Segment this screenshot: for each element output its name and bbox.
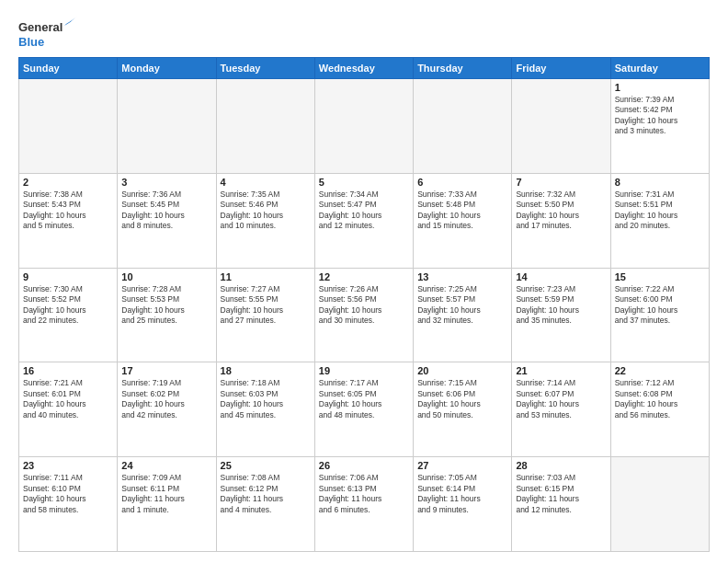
calendar-cell: 15Sunrise: 7:22 AM Sunset: 6:00 PM Dayli…: [610, 268, 709, 362]
day-info: Sunrise: 7:28 AM Sunset: 5:53 PM Dayligh…: [121, 284, 211, 327]
day-number: 25: [221, 460, 311, 471]
calendar-cell: 9Sunrise: 7:30 AM Sunset: 5:52 PM Daylig…: [19, 268, 118, 362]
day-info: Sunrise: 7:32 AM Sunset: 5:50 PM Dayligh…: [516, 190, 606, 232]
day-number: 24: [121, 460, 211, 471]
calendar-cell: [118, 79, 216, 174]
calendar-table: SundayMondayTuesdayWednesdayThursdayFrid…: [18, 57, 710, 552]
calendar-cell: 10Sunrise: 7:28 AM Sunset: 5:53 PM Dayli…: [118, 268, 216, 362]
day-number: 15: [615, 271, 705, 282]
day-number: 11: [221, 271, 311, 282]
svg-text:Blue: Blue: [18, 35, 44, 49]
day-number: 1: [615, 82, 705, 93]
weekday-monday: Monday: [118, 58, 216, 79]
calendar-cell: 16Sunrise: 7:21 AM Sunset: 6:01 PM Dayli…: [19, 362, 118, 457]
day-info: Sunrise: 7:34 AM Sunset: 5:47 PM Dayligh…: [319, 190, 409, 232]
day-number: 28: [516, 460, 606, 471]
week-row-1: 1Sunrise: 7:39 AM Sunset: 5:42 PM Daylig…: [19, 79, 710, 174]
day-number: 3: [121, 177, 211, 188]
weekday-tuesday: Tuesday: [216, 58, 314, 79]
day-info: Sunrise: 7:30 AM Sunset: 5:52 PM Dayligh…: [23, 284, 113, 327]
calendar-cell: 25Sunrise: 7:08 AM Sunset: 6:12 PM Dayli…: [216, 457, 314, 552]
day-info: Sunrise: 7:09 AM Sunset: 6:11 PM Dayligh…: [121, 473, 211, 515]
week-row-3: 9Sunrise: 7:30 AM Sunset: 5:52 PM Daylig…: [19, 268, 710, 362]
calendar-cell: 27Sunrise: 7:05 AM Sunset: 6:14 PM Dayli…: [414, 457, 512, 552]
day-number: 26: [319, 460, 409, 471]
header: General Blue: [18, 17, 710, 52]
day-info: Sunrise: 7:12 AM Sunset: 6:08 PM Dayligh…: [615, 378, 705, 420]
day-number: 16: [23, 365, 113, 376]
day-info: Sunrise: 7:22 AM Sunset: 6:00 PM Dayligh…: [615, 284, 705, 327]
day-number: 21: [516, 365, 606, 376]
day-number: 22: [615, 365, 705, 376]
day-info: Sunrise: 7:19 AM Sunset: 6:02 PM Dayligh…: [121, 378, 211, 420]
day-number: 14: [516, 271, 606, 282]
day-number: 12: [319, 271, 409, 282]
day-info: Sunrise: 7:14 AM Sunset: 6:07 PM Dayligh…: [516, 378, 606, 420]
calendar-cell: [414, 79, 512, 174]
calendar-cell: [610, 457, 709, 552]
calendar-cell: 14Sunrise: 7:23 AM Sunset: 5:59 PM Dayli…: [512, 268, 610, 362]
day-info: Sunrise: 7:35 AM Sunset: 5:46 PM Dayligh…: [221, 190, 311, 232]
calendar-cell: 18Sunrise: 7:18 AM Sunset: 6:03 PM Dayli…: [216, 362, 314, 457]
day-number: 4: [221, 177, 311, 188]
day-info: Sunrise: 7:31 AM Sunset: 5:51 PM Dayligh…: [615, 190, 705, 232]
weekday-friday: Friday: [512, 58, 610, 79]
day-number: 7: [516, 177, 606, 188]
day-info: Sunrise: 7:11 AM Sunset: 6:10 PM Dayligh…: [23, 473, 113, 515]
day-number: 17: [121, 365, 211, 376]
calendar-cell: 8Sunrise: 7:31 AM Sunset: 5:51 PM Daylig…: [610, 173, 709, 268]
day-number: 18: [221, 365, 311, 376]
day-number: 19: [319, 365, 409, 376]
weekday-sunday: Sunday: [19, 58, 118, 79]
day-info: Sunrise: 7:27 AM Sunset: 5:55 PM Dayligh…: [221, 284, 311, 327]
calendar-cell: [314, 79, 413, 174]
weekday-header-row: SundayMondayTuesdayWednesdayThursdayFrid…: [19, 58, 710, 79]
calendar-cell: 3Sunrise: 7:36 AM Sunset: 5:45 PM Daylig…: [118, 173, 216, 268]
week-row-5: 23Sunrise: 7:11 AM Sunset: 6:10 PM Dayli…: [19, 457, 710, 552]
svg-text:General: General: [18, 20, 63, 34]
day-info: Sunrise: 7:39 AM Sunset: 5:42 PM Dayligh…: [615, 95, 705, 137]
weekday-thursday: Thursday: [414, 58, 512, 79]
weekday-saturday: Saturday: [610, 58, 709, 79]
day-info: Sunrise: 7:15 AM Sunset: 6:06 PM Dayligh…: [417, 378, 507, 420]
day-info: Sunrise: 7:17 AM Sunset: 6:05 PM Dayligh…: [319, 378, 409, 420]
day-number: 27: [417, 460, 507, 471]
day-number: 8: [615, 177, 705, 188]
week-row-4: 16Sunrise: 7:21 AM Sunset: 6:01 PM Dayli…: [19, 362, 710, 457]
calendar-cell: 12Sunrise: 7:26 AM Sunset: 5:56 PM Dayli…: [314, 268, 413, 362]
day-number: 9: [23, 271, 113, 282]
calendar-cell: 22Sunrise: 7:12 AM Sunset: 6:08 PM Dayli…: [610, 362, 709, 457]
day-info: Sunrise: 7:03 AM Sunset: 6:15 PM Dayligh…: [516, 473, 606, 515]
day-number: 2: [23, 177, 113, 188]
day-info: Sunrise: 7:06 AM Sunset: 6:13 PM Dayligh…: [319, 473, 409, 515]
calendar-cell: 17Sunrise: 7:19 AM Sunset: 6:02 PM Dayli…: [118, 362, 216, 457]
day-info: Sunrise: 7:21 AM Sunset: 6:01 PM Dayligh…: [23, 378, 113, 420]
calendar-cell: 6Sunrise: 7:33 AM Sunset: 5:48 PM Daylig…: [414, 173, 512, 268]
day-info: Sunrise: 7:23 AM Sunset: 5:59 PM Dayligh…: [516, 284, 606, 327]
logo: General Blue: [18, 17, 83, 52]
day-number: 20: [417, 365, 507, 376]
weekday-wednesday: Wednesday: [314, 58, 413, 79]
calendar-cell: 5Sunrise: 7:34 AM Sunset: 5:47 PM Daylig…: [314, 173, 413, 268]
calendar-cell: 24Sunrise: 7:09 AM Sunset: 6:11 PM Dayli…: [118, 457, 216, 552]
week-row-2: 2Sunrise: 7:38 AM Sunset: 5:43 PM Daylig…: [19, 173, 710, 268]
day-info: Sunrise: 7:36 AM Sunset: 5:45 PM Dayligh…: [121, 190, 211, 232]
day-number: 23: [23, 460, 113, 471]
calendar-cell: 1Sunrise: 7:39 AM Sunset: 5:42 PM Daylig…: [610, 79, 709, 174]
calendar-cell: [19, 79, 118, 174]
calendar-cell: 2Sunrise: 7:38 AM Sunset: 5:43 PM Daylig…: [19, 173, 118, 268]
calendar-cell: 28Sunrise: 7:03 AM Sunset: 6:15 PM Dayli…: [512, 457, 610, 552]
logo-svg: General Blue: [18, 17, 83, 52]
day-info: Sunrise: 7:05 AM Sunset: 6:14 PM Dayligh…: [417, 473, 507, 515]
day-info: Sunrise: 7:08 AM Sunset: 6:12 PM Dayligh…: [221, 473, 311, 515]
calendar-cell: 23Sunrise: 7:11 AM Sunset: 6:10 PM Dayli…: [19, 457, 118, 552]
calendar-cell: 21Sunrise: 7:14 AM Sunset: 6:07 PM Dayli…: [512, 362, 610, 457]
day-number: 10: [121, 271, 211, 282]
day-number: 6: [417, 177, 507, 188]
page: General Blue SundayMondayTuesdayWednesda…: [0, 0, 728, 563]
calendar-cell: [216, 79, 314, 174]
calendar-cell: 26Sunrise: 7:06 AM Sunset: 6:13 PM Dayli…: [314, 457, 413, 552]
day-number: 13: [417, 271, 507, 282]
calendar-cell: 13Sunrise: 7:25 AM Sunset: 5:57 PM Dayli…: [414, 268, 512, 362]
day-info: Sunrise: 7:25 AM Sunset: 5:57 PM Dayligh…: [417, 284, 507, 327]
